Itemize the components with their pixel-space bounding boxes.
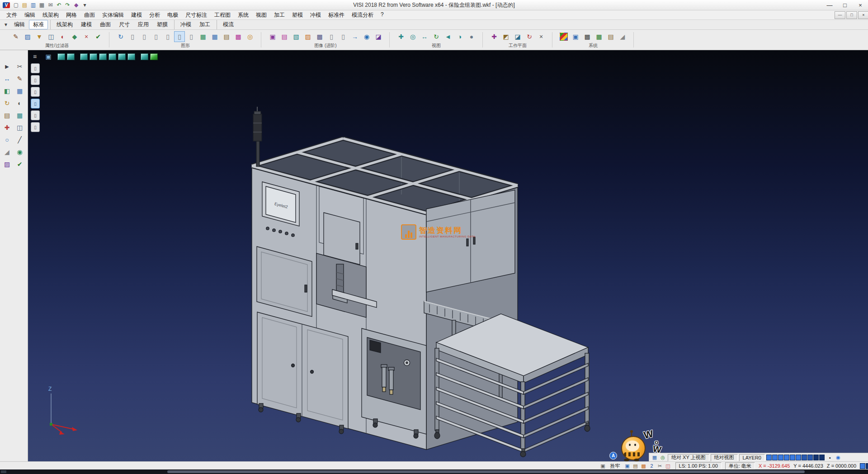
maximize-button[interactable]: □ [837,0,853,10]
layer-seg-9[interactable] [813,455,819,460]
menu-wireframe[interactable]: 线架构 [39,10,62,20]
chamfer-edge-icon[interactable]: ◢ [2,147,13,157]
tab-flow[interactable]: 模流 [217,20,238,29]
pan-view-icon[interactable]: ↔ [419,31,430,42]
notebook-icon[interactable]: ▤ [632,463,639,469]
tab-machining[interactable]: 加工 [195,20,214,29]
slope-shade-icon[interactable]: ◢ [617,31,628,42]
view-mode-panel[interactable]: 绝对 XY 上视图 [668,454,709,461]
menu-mold[interactable]: 塑模 [288,10,307,20]
viewport-3d[interactable]: Eyelet2 [28,50,868,461]
mini-view-2-button[interactable]: ▯ [31,75,40,85]
menu-standard-parts[interactable]: 标准件 [325,10,348,20]
menu-die[interactable]: 冲模 [307,10,325,20]
previous-view-icon[interactable]: ◄ [443,31,453,42]
render-quality-icon[interactable]: ◉ [361,31,372,42]
coord-seg-1[interactable] [860,463,865,469]
mini-view-1-button[interactable]: ▯ [31,63,40,73]
view-cube-iso3-icon[interactable] [141,53,148,60]
image-layers-icon[interactable]: ▧ [291,31,302,42]
tab-dimension[interactable]: 尺寸 [115,20,134,29]
menu-machining[interactable]: 加工 [270,10,288,20]
mini-view-5-button[interactable]: ▯ [31,110,40,120]
capture-view-icon[interactable]: ▣ [624,463,631,469]
menu-electrode[interactable]: 电极 [164,10,182,20]
mini-view-6-button[interactable]: ▯ [31,122,40,132]
rotate-view-icon[interactable]: ↻ [431,31,442,42]
advanced-view-icon[interactable]: ◪ [373,31,384,42]
close-button[interactable]: × [853,0,868,10]
lock-toggle-icon[interactable]: ▣ [599,463,607,469]
workplane-face-icon[interactable]: ◩ [500,31,511,42]
grid-toggle-icon[interactable]: ▦ [14,110,25,120]
system-grid-icon[interactable]: ▦ [594,31,604,42]
scrollbar-thumb[interactable] [167,470,805,473]
tab-modeling[interactable]: 建模 [77,20,96,29]
style-capsule-3-icon[interactable]: ▯ [151,31,161,42]
minimize-button[interactable]: — [822,0,837,10]
tab-dropdown-icon[interactable]: ▼ [2,21,10,28]
layer-seg-7[interactable] [802,455,807,460]
layer-seg-1[interactable] [766,455,772,460]
menu-file[interactable]: 文件 [3,10,21,20]
snap-grid-icon[interactable]: ▦ [209,31,220,42]
image-capsule-2-icon[interactable]: ▯ [338,31,349,42]
tab-die[interactable]: 冲模 [174,20,195,29]
shade-toggle-icon[interactable]: ◐ [14,98,25,108]
menu-analysis[interactable]: 分析 [146,10,164,20]
plane-create-icon[interactable]: ◫ [14,123,25,133]
mdi-minimize-button[interactable]: — [835,11,845,19]
mirror-element-icon[interactable]: ◧ [2,86,13,96]
layer-seg-5[interactable] [790,455,795,460]
line-create-icon[interactable]: ╱ [14,135,25,145]
horizontal-scrollbar[interactable] [0,469,868,474]
background-image-icon[interactable]: ▩ [314,31,325,42]
visi-logo-icon[interactable]: V [3,2,10,8]
export-image-icon[interactable]: → [349,31,360,42]
zoom-all-icon[interactable]: ✚ [396,31,406,42]
monitor-settings-icon[interactable]: ▣ [570,31,581,42]
mdi-restore-button[interactable]: □ [846,11,857,19]
mail-icon[interactable]: ✉ [46,1,55,9]
menu-help[interactable]: ? [377,10,387,20]
menu-dimensioning[interactable]: 尺寸标注 [182,10,211,20]
trim-scissors-icon[interactable]: ✂ [14,62,25,71]
machine-model[interactable]: Eyelet2 [28,50,868,461]
print-icon[interactable]: ▦ [38,1,46,9]
circle-create-icon[interactable]: ○ [2,135,13,145]
view-cube-dynamic-icon[interactable] [150,53,158,60]
image-gallery-icon[interactable]: ▤ [279,31,290,42]
style-capsule-2-icon[interactable]: ▯ [139,31,150,42]
point-create-icon[interactable]: ✚ [2,123,13,133]
edit-pencil-icon[interactable]: ✎ [14,74,25,84]
grid-display-icon[interactable]: ▦ [198,31,208,42]
copy-attributes-icon[interactable]: ▨ [22,31,33,42]
mini-view-3-button[interactable]: ▯ [31,87,40,97]
layer-seg-4[interactable] [784,455,789,460]
open-file-icon[interactable]: ▤ [20,1,29,9]
view-list-icon[interactable]: ≡ [30,52,39,61]
menu-view[interactable]: 视图 [252,10,270,20]
texture-map-icon[interactable]: ▨ [302,31,313,42]
filter-funnel-icon[interactable]: ▼ [34,31,45,42]
menu-drafting[interactable]: 工程图 [211,10,234,20]
menu-solid-edit[interactable]: 实体编辑 [99,10,127,20]
title-bar[interactable]: V▢▤▥▦✉↶↷◆▾ VISI 2018 R2 from Vero Softwa… [0,0,868,10]
hatch-fill-icon[interactable]: ▨ [2,159,13,169]
coord-seg-2[interactable] [866,463,868,469]
tab-surface[interactable]: 曲面 [96,20,115,29]
new-file-icon[interactable]: ▢ [12,1,20,9]
workplane-rotate-icon[interactable]: ↻ [524,31,535,42]
edit-attributes-icon[interactable]: ✎ [10,31,21,42]
dynamic-view-icon[interactable]: ◑ [454,31,465,42]
rotate-element-icon[interactable]: ↻ [2,98,13,108]
view-cube-left-icon[interactable] [108,53,116,60]
workplane-standard-icon[interactable]: ✚ [489,31,500,42]
view-cube-front-icon[interactable] [80,53,88,60]
paint-fill-icon[interactable]: ▩ [640,463,647,469]
view-cube-iso2-icon[interactable] [127,53,135,60]
layer-filter-icon[interactable]: ◫ [46,31,57,42]
tab-wireframe[interactable]: 线架构 [50,20,77,29]
menu-surface[interactable]: 曲面 [80,10,99,20]
redo-icon[interactable]: ↷ [63,1,72,9]
